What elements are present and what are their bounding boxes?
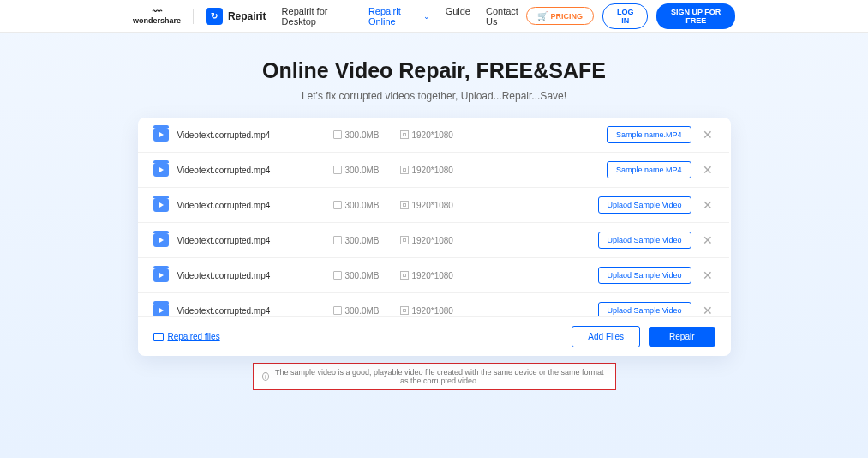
file-row: Videotext.corrupted.mp4300.0MB1920*1080U… (138, 293, 729, 316)
panel-footer: Repaired files Add Files Repair (138, 316, 731, 356)
expand-icon (400, 271, 409, 280)
sample-video-button[interactable]: Uplaod Sample Video (598, 232, 691, 249)
sample-video-button[interactable]: Uplaod Sample Video (598, 302, 691, 316)
file-resolution: 1920*1080 (400, 201, 503, 210)
repairit-icon: ↻ (206, 8, 223, 25)
wondershare-icon: 〰 (153, 7, 162, 16)
file-resolution: 1920*1080 (400, 271, 503, 280)
page-subtitle: Let's fix corrupted videos together, Upl… (0, 90, 868, 102)
sample-video-button[interactable]: Uplaod Sample Video (598, 267, 691, 284)
file-resolution: 1920*1080 (400, 130, 503, 140)
nav: Repairit for Desktop Repairit Online ⌄ G… (282, 6, 526, 27)
repairit-logo[interactable]: ↻ Repairit (206, 8, 266, 25)
sample-video-button[interactable]: Sample name.MP4 (607, 161, 691, 178)
nav-contact[interactable]: Contact Us (486, 6, 526, 27)
video-file-icon (153, 163, 169, 177)
file-row: Videotext.corrupted.mp4300.0MB1920*1080S… (138, 118, 729, 153)
close-icon[interactable]: ✕ (702, 198, 714, 212)
file-resolution: 1920*1080 (400, 166, 503, 175)
nav-online[interactable]: Repairit Online ⌄ (368, 6, 430, 27)
file-size: 300.0MB (333, 306, 400, 316)
file-name: Videotext.corrupted.mp4 (177, 201, 333, 210)
file-size: 300.0MB (333, 201, 400, 210)
repairit-label: Repairit (228, 10, 266, 22)
doc-icon (333, 306, 342, 315)
wondershare-label: wondershare (133, 17, 181, 25)
file-name: Videotext.corrupted.mp4 (177, 130, 333, 140)
file-name: Videotext.corrupted.mp4 (177, 236, 333, 245)
sample-video-button[interactable]: Uplaod Sample Video (598, 196, 691, 214)
video-file-icon (153, 268, 169, 282)
file-row: Videotext.corrupted.mp4300.0MB1920*1080S… (138, 153, 729, 188)
close-icon[interactable]: ✕ (702, 268, 714, 282)
file-name: Videotext.corrupted.mp4 (177, 306, 333, 316)
doc-icon (333, 166, 342, 174)
nav-desktop[interactable]: Repairit for Desktop (282, 6, 353, 27)
close-icon[interactable]: ✕ (702, 233, 714, 247)
file-size: 300.0MB (333, 130, 400, 140)
header: 〰 wondershare ↻ Repairit Repairit for De… (0, 0, 868, 33)
login-button[interactable]: LOG IN (602, 3, 648, 29)
file-resolution: 1920*1080 (400, 306, 503, 316)
sample-video-button[interactable]: Sample name.MP4 (607, 126, 691, 143)
doc-icon (333, 130, 342, 139)
doc-icon (333, 201, 342, 209)
expand-icon (400, 201, 409, 209)
add-files-button[interactable]: Add Files (572, 326, 640, 347)
pricing-label: PRICING (551, 12, 584, 21)
repair-button[interactable]: Repair (649, 327, 715, 347)
cart-icon: 🛒 (537, 11, 548, 21)
expand-icon (400, 236, 409, 244)
video-file-icon (153, 304, 169, 316)
video-file-icon (153, 233, 169, 247)
file-row: Videotext.corrupted.mp4300.0MB1920*1080U… (138, 258, 729, 293)
folder-icon (153, 333, 164, 341)
repaired-files-link[interactable]: Repaired files (153, 332, 220, 341)
file-size: 300.0MB (333, 271, 400, 280)
close-icon[interactable]: ✕ (702, 304, 714, 316)
file-row: Videotext.corrupted.mp4300.0MB1920*1080U… (138, 223, 729, 258)
divider (193, 9, 194, 24)
doc-icon (333, 236, 342, 244)
signup-button[interactable]: SIGN UP FOR FREE (656, 3, 735, 29)
info-bar: i The sample video is a good, playable v… (253, 363, 616, 390)
nav-online-label: Repairit Online (368, 6, 421, 27)
close-icon[interactable]: ✕ (702, 163, 714, 177)
nav-guide[interactable]: Guide (446, 6, 470, 27)
expand-icon (400, 130, 409, 139)
file-resolution: 1920*1080 (400, 236, 503, 245)
doc-icon (333, 271, 342, 280)
file-size: 300.0MB (333, 236, 400, 245)
repaired-files-label: Repaired files (168, 332, 220, 341)
video-file-icon (153, 128, 169, 142)
info-text: The sample video is a good, playable vid… (272, 368, 606, 385)
file-name: Videotext.corrupted.mp4 (177, 271, 333, 280)
wondershare-logo[interactable]: 〰 wondershare (133, 7, 181, 25)
hero: Online Video Repair, FREE&SAFE Let's fix… (0, 33, 868, 118)
file-list[interactable]: Videotext.corrupted.mp4300.0MB1920*1080S… (138, 118, 731, 316)
expand-icon (400, 166, 409, 174)
file-panel: Videotext.corrupted.mp4300.0MB1920*1080S… (138, 118, 731, 356)
file-name: Videotext.corrupted.mp4 (177, 166, 333, 175)
close-icon[interactable]: ✕ (702, 128, 714, 142)
video-file-icon (153, 198, 169, 212)
page-title: Online Video Repair, FREE&SAFE (0, 58, 868, 83)
file-size: 300.0MB (333, 166, 400, 175)
header-right: 🛒 PRICING LOG IN SIGN UP FOR FREE (526, 3, 735, 29)
pricing-button[interactable]: 🛒 PRICING (526, 7, 595, 25)
chevron-down-icon: ⌄ (423, 12, 430, 21)
expand-icon (400, 306, 409, 315)
file-row: Videotext.corrupted.mp4300.0MB1920*1080U… (138, 188, 729, 223)
info-icon: i (262, 372, 270, 381)
